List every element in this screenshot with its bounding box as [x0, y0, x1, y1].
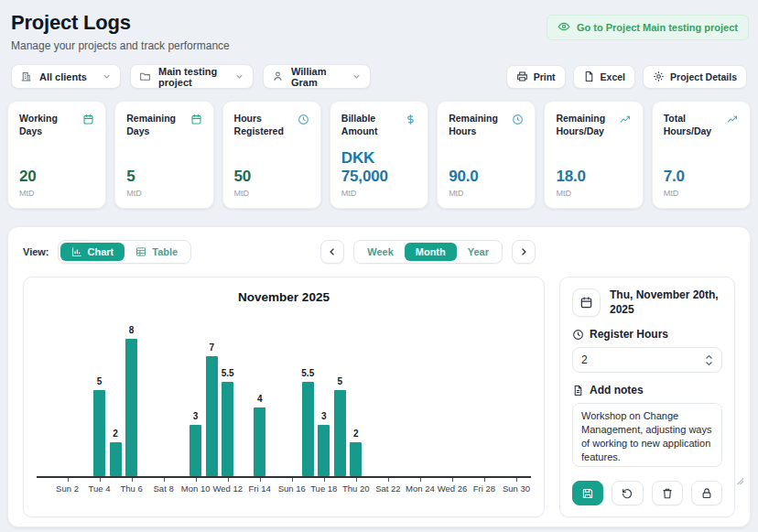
date-picker-button[interactable] — [572, 288, 601, 317]
chevron-down-icon — [102, 71, 112, 81]
goto-project-label: Go to Project Main testing project — [577, 22, 738, 33]
axis-tick-label: Mon 24 — [406, 483, 435, 494]
stat-card: Total Hours/Day7.0MtD — [652, 101, 751, 209]
chart-bar-day-17[interactable] — [302, 382, 314, 476]
dollar-icon — [405, 114, 417, 137]
bar-value-label: 5.5 — [222, 368, 234, 378]
chart-x-axis: Sun 2Tue 4Thu 6Sat 8Mon 10Wed 12Fri 14Su… — [37, 478, 531, 496]
chart-bar-day-10[interactable] — [190, 425, 201, 476]
axis-tick-label: Mon 10 — [181, 483, 211, 494]
view-toggle-chart[interactable]: Chart — [60, 243, 125, 261]
axis-tick — [324, 478, 325, 482]
axis-tick-label: Fri 14 — [249, 483, 271, 494]
chart-bar-day-12[interactable] — [222, 382, 233, 476]
stat-card-unit: MtD — [126, 189, 201, 198]
axis-tick — [164, 478, 165, 482]
chart-bar-day-4[interactable] — [93, 390, 105, 476]
excel-button[interactable]: Excel — [573, 65, 635, 89]
period-toggle-week[interactable]: Week — [356, 243, 405, 261]
chevron-down-icon — [234, 71, 244, 81]
project-logs-page: Project Logs Manage your projects and tr… — [0, 0, 758, 532]
period-toggle-label: Week — [367, 246, 394, 257]
axis-tick-label: Sun 16 — [278, 483, 306, 494]
axis-tick — [132, 478, 133, 482]
project-details-label: Project Details — [670, 71, 737, 82]
panel-action-buttons — [572, 481, 722, 505]
axis-tick-label: Tue 4 — [89, 483, 111, 494]
period-nav: WeekMonthYear — [320, 240, 536, 264]
selected-date-row: Thu, November 20th, 2025 — [572, 288, 722, 317]
lock-icon — [700, 487, 713, 500]
stepper-icon[interactable] — [705, 354, 713, 366]
print-button[interactable]: Print — [506, 65, 566, 89]
clock-icon — [512, 114, 524, 137]
stat-card-label: Billable Amount — [341, 113, 401, 137]
trend-icon — [619, 114, 632, 137]
lock-button[interactable] — [691, 481, 722, 505]
prev-period-button[interactable] — [320, 240, 344, 264]
notes-textarea[interactable]: Workshop on Change Management, adjusting… — [572, 403, 722, 467]
printer-icon — [516, 71, 528, 82]
view-toggle-table[interactable]: Table — [125, 243, 189, 261]
undo-button[interactable] — [612, 481, 643, 505]
axis-tick-label: Thu 20 — [342, 483, 370, 494]
project-select-value: Main testing project — [158, 66, 227, 88]
chart-bar-day-5[interactable] — [110, 442, 122, 477]
axis-tick — [452, 478, 453, 482]
next-period-button[interactable] — [512, 240, 536, 264]
period-toggle-label: Month — [416, 246, 446, 257]
period-toggle-year[interactable]: Year — [457, 243, 500, 261]
clock-icon — [298, 114, 309, 137]
chart-bar-day-20[interactable] — [350, 442, 362, 477]
delete-button[interactable] — [652, 481, 683, 505]
page-subtitle: Manage your projects and track performan… — [11, 39, 747, 52]
undo-icon — [621, 487, 633, 500]
chart-bar-day-11[interactable] — [206, 356, 218, 476]
hours-input[interactable] — [581, 353, 705, 366]
project-select[interactable]: Main testing project — [130, 64, 254, 89]
excel-label: Excel — [601, 71, 625, 82]
page-header: Project Logs Manage your projects and tr… — [7, 9, 751, 52]
stat-card: Remaining Hours/Day18.0MtD — [544, 101, 643, 209]
project-details-button[interactable]: Project Details — [643, 65, 747, 89]
view-controls-row: View: ChartTable WeekMonthYear — [23, 239, 735, 265]
bar-value-label: 2 — [353, 429, 359, 439]
chart-icon — [71, 246, 82, 257]
chart-bar-day-19[interactable] — [334, 390, 346, 476]
stat-card-label: Remaining Days — [126, 113, 186, 137]
save-icon — [581, 487, 594, 500]
axis-tick — [100, 478, 101, 482]
bar-value-label: 5 — [338, 376, 343, 386]
user-select-value: William Gram — [291, 66, 344, 88]
chart-bar-day-6[interactable] — [125, 339, 137, 476]
stat-card-value: DKK 75,000 — [341, 149, 417, 186]
axis-tick-label: Wed 12 — [212, 483, 243, 494]
textarea-resize-handle[interactable] — [736, 477, 743, 484]
chart-bar-day-18[interactable] — [318, 425, 330, 476]
stat-card-label: Hours Registered — [234, 113, 294, 137]
register-hours-label: Register Hours — [590, 328, 668, 341]
axis-tick-label: Fri 28 — [473, 483, 495, 494]
axis-tick — [356, 478, 357, 482]
period-toggle-month[interactable]: Month — [405, 243, 457, 261]
bar-value-label: 4 — [257, 394, 263, 404]
folder-icon — [139, 71, 151, 82]
action-buttons: Print Excel Project Details — [506, 65, 747, 89]
gear-icon — [653, 71, 665, 82]
trend-icon — [726, 114, 739, 137]
client-select[interactable]: All clients — [11, 64, 121, 89]
stat-card-value: 50 — [234, 168, 309, 186]
save-button[interactable] — [572, 481, 603, 505]
stat-card-label: Remaining Hours/Day — [556, 113, 614, 137]
user-select[interactable]: William Gram — [263, 64, 371, 89]
bar-value-label: 8 — [129, 325, 135, 335]
bar-chart-plot: 528375.545.5352 — [37, 313, 531, 478]
axis-tick-label: Sun 30 — [503, 483, 530, 494]
hours-input-wrap — [572, 347, 722, 373]
chevron-down-icon — [352, 71, 362, 81]
axis-tick-label: Sun 2 — [56, 483, 79, 494]
chart-bar-day-14[interactable] — [254, 407, 265, 476]
stat-card: Billable AmountDKK 75,000MtD — [330, 101, 428, 209]
stat-card-value: 5 — [126, 168, 201, 186]
goto-project-button[interactable]: Go to Project Main testing project — [547, 15, 749, 40]
